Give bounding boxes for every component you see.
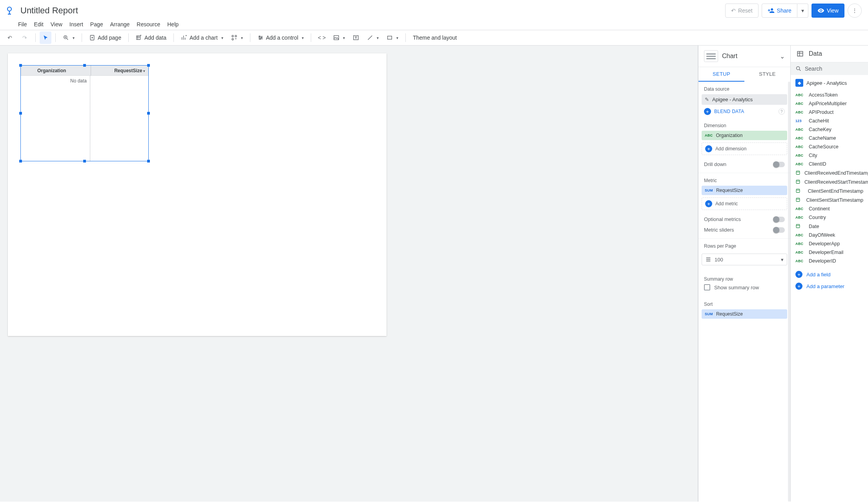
table-chart-content: Organization RequestSize No data: [21, 66, 148, 161]
field-item[interactable]: ABCCacheKey: [791, 125, 868, 134]
theme-layout-button[interactable]: Theme and layout: [410, 31, 460, 44]
data-source-header[interactable]: ◆ Apigee - Analytics: [791, 75, 868, 91]
field-item[interactable]: ABCDayOfWeek: [791, 231, 868, 239]
field-item[interactable]: ABCDeveloperID: [791, 257, 868, 265]
pencil-icon: ✎: [705, 97, 709, 102]
share-dropdown-button[interactable]: ▾: [797, 4, 808, 18]
data-source-name: Apigee - Analytics: [712, 97, 753, 102]
chart-panel-header[interactable]: Chart ⌄: [698, 46, 790, 67]
menu-help[interactable]: Help: [167, 21, 179, 27]
menu-page[interactable]: Page: [90, 21, 103, 27]
handle-bl[interactable]: [19, 160, 22, 163]
field-name: ApiPriceMultiplier: [809, 101, 847, 106]
show-summary-row[interactable]: Show summary row: [698, 284, 790, 297]
field-item[interactable]: ABCDeveloperApp: [791, 239, 868, 248]
menu-edit[interactable]: Edit: [34, 21, 44, 27]
add-control-button[interactable]: Add a control: [254, 31, 307, 44]
report-title[interactable]: Untitled Report: [20, 5, 78, 16]
menu-view[interactable]: View: [51, 21, 62, 27]
zoom-dropdown[interactable]: [60, 31, 78, 44]
field-item[interactable]: ABCAccessToken: [791, 91, 868, 99]
handle-tl[interactable]: [19, 64, 22, 67]
column-organization[interactable]: Organization: [34, 66, 91, 75]
selection-tool-button[interactable]: [40, 31, 51, 44]
menu-arrange[interactable]: Arrange: [110, 21, 130, 27]
field-item[interactable]: ABCCacheName: [791, 134, 868, 142]
field-item[interactable]: ABCCity: [791, 151, 868, 160]
metric-sliders-toggle[interactable]: [773, 227, 785, 233]
help-icon[interactable]: ?: [779, 108, 785, 115]
field-item[interactable]: ABCCountry: [791, 213, 868, 222]
handle-mr[interactable]: [147, 112, 150, 115]
line-button[interactable]: [364, 31, 382, 44]
field-item[interactable]: ClientReceivedStartTimestamp: [791, 177, 868, 186]
field-type-icon: ABC: [795, 207, 805, 211]
add-metric-button[interactable]: + Add metric: [702, 197, 787, 210]
handle-tm[interactable]: [83, 64, 86, 67]
field-item[interactable]: 123CacheHit: [791, 117, 868, 125]
field-item[interactable]: ClientSentStartTimestamp: [791, 195, 868, 205]
sort-chip[interactable]: SUM RequestSize: [702, 309, 787, 319]
image-button[interactable]: [330, 31, 348, 44]
text-button[interactable]: [350, 31, 362, 44]
field-search[interactable]: Search: [791, 62, 868, 75]
blend-data-button[interactable]: + BLEND DATA ?: [698, 105, 790, 118]
dimension-chip[interactable]: ABC Organization: [702, 131, 787, 140]
data-panel: Data Search ◆ Apigee - Analytics ABCAcce…: [790, 46, 868, 502]
drill-down-toggle[interactable]: [773, 162, 785, 167]
field-item[interactable]: Date: [791, 222, 868, 231]
field-item[interactable]: ClientReceivedEndTimestamp: [791, 168, 868, 177]
view-button[interactable]: View: [811, 4, 844, 18]
add-field-button[interactable]: + Add a field: [791, 268, 868, 280]
handle-ml[interactable]: [19, 112, 22, 115]
plus-icon: +: [704, 108, 711, 115]
add-dimension-button[interactable]: + Add dimension: [702, 142, 787, 155]
field-list-container[interactable]: ABCAccessTokenABCApiPriceMultiplierABCAP…: [791, 91, 868, 502]
field-item[interactable]: ClientSentEndTimestamp: [791, 186, 868, 195]
separator: [250, 33, 250, 42]
chart-panel-body[interactable]: Data source ✎ Apigee - Analytics + BLEND…: [698, 82, 790, 502]
scrollbar[interactable]: [788, 82, 790, 502]
canvas-area[interactable]: Organization RequestSize No data: [0, 46, 698, 502]
dimension-type: ABC: [705, 133, 713, 137]
menu-resource[interactable]: Resource: [137, 21, 160, 27]
community-viz-button[interactable]: [228, 31, 246, 44]
reset-button[interactable]: ↶ Reset: [725, 4, 759, 18]
embed-button[interactable]: < >: [315, 31, 328, 44]
data-source-name: Apigee - Analytics: [806, 80, 847, 86]
field-item[interactable]: ABCAPIProduct: [791, 108, 868, 117]
menu-insert[interactable]: Insert: [69, 21, 83, 27]
add-chart-button[interactable]: Add a chart: [178, 31, 226, 44]
add-page-button[interactable]: Add page: [86, 31, 124, 44]
separator: [82, 33, 82, 42]
data-source-chip[interactable]: ✎ Apigee - Analytics: [702, 94, 787, 105]
show-summary-checkbox[interactable]: [704, 284, 710, 290]
metric-chip[interactable]: SUM RequestSize: [702, 186, 787, 195]
add-data-button[interactable]: Add data: [133, 31, 170, 44]
shape-button[interactable]: [383, 31, 401, 44]
field-item[interactable]: ABCContinent: [791, 205, 868, 213]
field-item[interactable]: ABCApiPriceMultiplier: [791, 99, 868, 108]
chevron-down-icon[interactable]: ⌄: [780, 53, 785, 60]
more-options-button[interactable]: ⋮: [848, 4, 862, 18]
table-chart-widget[interactable]: Organization RequestSize No data: [20, 65, 149, 161]
handle-br[interactable]: [147, 160, 150, 163]
column-requestsize[interactable]: RequestSize: [91, 66, 148, 75]
rows-per-page-select[interactable]: 100 ▾: [702, 254, 787, 265]
optional-metrics-toggle[interactable]: [773, 217, 785, 222]
handle-bm[interactable]: [83, 160, 86, 163]
tab-setup[interactable]: SETUP: [698, 67, 744, 82]
field-name: DeveloperID: [809, 258, 836, 264]
share-button[interactable]: Share: [762, 4, 797, 18]
report-page[interactable]: Organization RequestSize No data: [8, 53, 387, 336]
undo-button[interactable]: ↶: [3, 31, 16, 44]
handle-tr[interactable]: [147, 64, 150, 67]
tab-style[interactable]: STYLE: [744, 67, 790, 82]
redo-button[interactable]: ↷: [18, 31, 31, 44]
field-item[interactable]: ABCDeveloperEmail: [791, 248, 868, 257]
add-parameter-button[interactable]: + Add a parameter: [791, 280, 868, 292]
field-item[interactable]: ABCClientID: [791, 160, 868, 168]
field-item[interactable]: ABCCacheSource: [791, 142, 868, 151]
metric-type: SUM: [705, 188, 713, 192]
menu-file[interactable]: File: [18, 21, 27, 27]
